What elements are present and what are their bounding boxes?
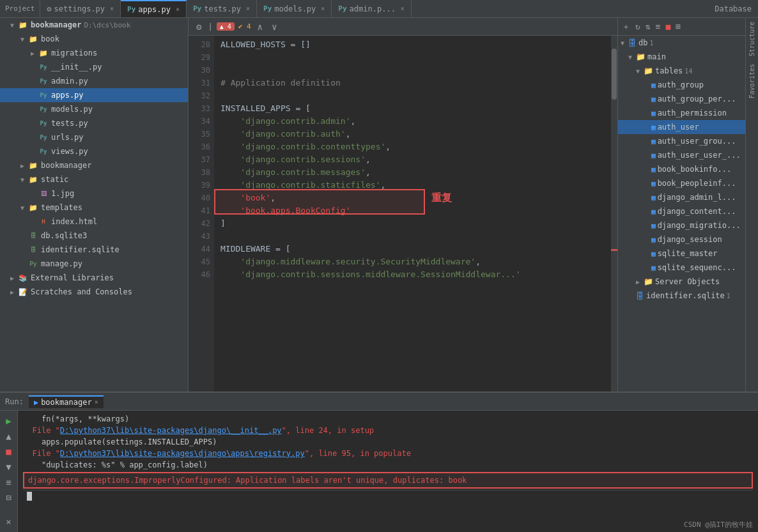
- arrow-scratches: [10, 289, 18, 296]
- db-auth-group-per[interactable]: ▦ auth_group_per...: [618, 92, 745, 106]
- run-wrap-btn[interactable]: ≡: [4, 476, 12, 489]
- arrow-external-libs: [10, 275, 18, 282]
- tree-external-libs[interactable]: 📚 External Libraries: [0, 271, 188, 285]
- run-scroll-down-btn[interactable]: ▼: [4, 460, 12, 473]
- run-filter-btn[interactable]: ⊟: [4, 491, 12, 504]
- run-tab-bar: Run: ▶ bookmanager ×: [0, 393, 758, 411]
- db-sync-btn[interactable]: ⇅: [644, 20, 652, 33]
- nav-up-btn[interactable]: ∧: [255, 20, 265, 33]
- folder-static-icon: 📁: [28, 174, 38, 185]
- code-line-41: 'book.apps.BookConfig': [220, 204, 611, 217]
- py-admin-icon: Py: [38, 76, 49, 86]
- db-auth-user-grou[interactable]: ▦ auth_user_grou...: [618, 134, 745, 148]
- folder-migrations-icon: 📁: [38, 48, 49, 58]
- db-auth-permission[interactable]: ▦ auth_permission: [618, 106, 745, 120]
- tree-manage-py[interactable]: Py manage.py: [0, 257, 188, 271]
- structure-label[interactable]: Structure: [748, 18, 755, 60]
- right-strip: Structure Favorites: [745, 18, 758, 391]
- tree-bookmanager-root[interactable]: 📁 bookmanager D:\dcs\book: [0, 18, 188, 32]
- db-server-objects[interactable]: 📁 Server Objects: [618, 275, 745, 289]
- arrow-static: [20, 176, 28, 183]
- py-tests-icon: Py: [38, 118, 49, 128]
- tab-admin[interactable]: Py admin.p... ×: [332, 0, 412, 17]
- run-tab-bookmanager[interactable]: ▶ bookmanager ×: [29, 395, 104, 408]
- tree-views-py[interactable]: Py views.py: [0, 144, 188, 158]
- db-stop-btn[interactable]: ■: [664, 20, 672, 33]
- db-root[interactable]: 🗄 db 1: [618, 36, 745, 50]
- run-scroll-up-btn[interactable]: ▲: [4, 430, 12, 443]
- db-sqlite-sequenc[interactable]: ▦ sqlite_sequenc...: [618, 261, 745, 275]
- favorites-label[interactable]: Favorites: [748, 60, 755, 102]
- table-icon-9: ▦: [651, 194, 656, 202]
- db-auth-user-user[interactable]: ▦ auth_user_user_...: [618, 148, 745, 162]
- tree-templates[interactable]: 📁 templates: [0, 201, 188, 215]
- code-content[interactable]: ALLOWED_HOSTS = [] # Application definit…: [214, 36, 611, 391]
- tree-urls-py[interactable]: Py urls.py: [0, 130, 188, 144]
- tab-settings[interactable]: ⚙ settings.py ×: [40, 0, 121, 17]
- main-area: 📁 bookmanager D:\dcs\book 📁 book 📁 migra…: [0, 18, 758, 391]
- tab-apps[interactable]: Py apps.py ×: [121, 0, 187, 17]
- database-panel: ＋ ↻ ⇅ ≡ ■ ⊞ 🗄 db 1 📁 main 📁 tables 14: [617, 18, 745, 391]
- django-registry-link[interactable]: D:\python37\lib\site-packages\django\app…: [60, 449, 305, 458]
- watermark: CSDN @搞IT的牧牛娃: [684, 520, 753, 529]
- tree-init-py[interactable]: Py __init__.py: [0, 60, 188, 74]
- run-label: Run:: [5, 397, 24, 406]
- db-auth-user[interactable]: ▦ auth_user: [618, 120, 745, 134]
- folder-book-icon: 📁: [28, 34, 38, 44]
- folder-bookmanager-icon: 📁: [18, 20, 28, 30]
- code-line-38: 'django.contrib.messages',: [220, 166, 611, 179]
- db-django-session[interactable]: ▦ django_session: [618, 232, 745, 247]
- db-main[interactable]: 📁 main: [618, 50, 745, 64]
- table-icon-10: ▦: [651, 208, 656, 216]
- db-add-btn[interactable]: ＋: [621, 20, 631, 34]
- run-play-btn[interactable]: ▶: [4, 414, 12, 427]
- db-book-peopleinf[interactable]: ▦ book_peopleinf...: [618, 176, 745, 190]
- tree-apps-py[interactable]: Py apps.py: [0, 88, 188, 102]
- code-line-37: 'django.contrib.sessions',: [220, 153, 611, 166]
- tab-close-admin[interactable]: ×: [401, 5, 405, 12]
- db-tables[interactable]: 📁 tables 14: [618, 64, 745, 78]
- settings-toolbar-icon[interactable]: ⚙: [194, 20, 204, 33]
- django-init-link[interactable]: D:\python37\lib\site-packages\django\__i…: [60, 426, 282, 435]
- error-badge: ▲ 4: [217, 22, 235, 31]
- run-close-panel-btn[interactable]: ×: [4, 515, 12, 528]
- tab-tests[interactable]: Py tests.py ×: [187, 0, 257, 17]
- tab-close-apps[interactable]: ×: [176, 6, 180, 13]
- run-tab-close[interactable]: ×: [95, 399, 98, 406]
- db-django-admin[interactable]: ▦ django_admin_l...: [618, 190, 745, 204]
- run-tab-icon: ▶: [34, 398, 38, 407]
- tree-migrations[interactable]: 📁 migrations: [0, 46, 188, 60]
- ext-lib-icon: 📚: [18, 273, 28, 283]
- db-django-content[interactable]: ▦ django_content...: [618, 204, 745, 218]
- db-grid-btn[interactable]: ⊞: [674, 20, 682, 33]
- tree-index-html[interactable]: H index.html: [0, 215, 188, 229]
- tab-close-models[interactable]: ×: [321, 5, 325, 12]
- tree-db-sqlite3[interactable]: 🗄 db.sqlite3: [0, 229, 188, 243]
- db-auth-group[interactable]: ▦ auth_group: [618, 78, 745, 92]
- tree-book-folder[interactable]: 📁 book: [0, 32, 188, 46]
- tree-static[interactable]: 📁 static: [0, 172, 188, 186]
- nav-down-btn[interactable]: ∨: [269, 20, 279, 33]
- db-sqlite-master[interactable]: ▦ sqlite_master: [618, 247, 745, 261]
- db-django-migratio[interactable]: ▦ django_migratio...: [618, 218, 745, 232]
- tree-identifier-sqlite[interactable]: 🗄 identifier.sqlite: [0, 243, 188, 257]
- editor-scrollbar[interactable]: [611, 36, 617, 391]
- db-book-bookinfo[interactable]: ▦ book_bookinfo...: [618, 162, 745, 176]
- py-manage-icon: Py: [28, 259, 38, 269]
- tab-close-tests[interactable]: ×: [246, 5, 250, 12]
- db-identifier-sqlite[interactable]: 🗄 identifier.sqlite 1: [618, 289, 745, 303]
- db-settings-btn[interactable]: ≡: [654, 20, 662, 33]
- tree-scratches[interactable]: 📝 Scratches and Consoles: [0, 285, 188, 299]
- db-tables-icon: 📁: [644, 66, 653, 75]
- tree-admin-py[interactable]: Py admin.py: [0, 74, 188, 88]
- sqlite3-icon: 🗄: [28, 231, 38, 241]
- run-stop-btn[interactable]: ■: [4, 445, 12, 458]
- tree-jpg[interactable]: 🖼 1.jpg: [0, 186, 188, 201]
- tab-close-settings[interactable]: ×: [110, 5, 114, 12]
- db-refresh-btn[interactable]: ↻: [634, 20, 642, 33]
- tab-models[interactable]: Py models.py ×: [257, 0, 332, 17]
- tree-bookmanager-sub[interactable]: 📁 bookmanager: [0, 158, 188, 172]
- tree-tests-py[interactable]: Py tests.py: [0, 116, 188, 130]
- code-line-29: [220, 51, 611, 64]
- tree-models-py[interactable]: Py models.py: [0, 102, 188, 116]
